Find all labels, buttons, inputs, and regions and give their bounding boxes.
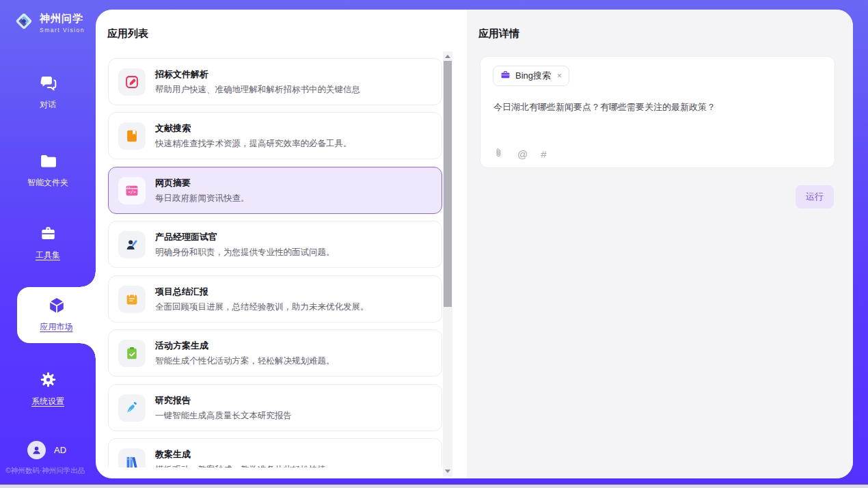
prompt-card: Bing搜索 × 今日湖北有哪些新闻要点？有哪些需要关注的最新政策？ @ # (480, 56, 835, 168)
brand-name: 神州问学 (40, 12, 85, 25)
app-card-literature-search[interactable]: 文献搜索 快速精准查找学术资源，提高研究效率的必备工具。 (108, 112, 442, 159)
hash-tag-icon[interactable]: # (541, 148, 546, 160)
sidebar-item-label: 应用市场 (17, 321, 96, 333)
scroll-down-arrow[interactable] (445, 470, 450, 473)
scroll-up-arrow[interactable] (445, 55, 450, 58)
app-list: 招标文件解析 帮助用户快速、准确地理解和解析招标书中的关键信息 文献搜索 快速精… (96, 48, 458, 467)
app-description: 快速精准查找学术资源，提高研究效率的必备工具。 (155, 138, 352, 150)
app-name: 项目总结汇报 (155, 286, 369, 298)
app-name: 研究报告 (155, 394, 292, 407)
sidebar-item-chat[interactable]: 对话 (0, 74, 96, 111)
brand-logo: 神州问学 Smart Vision (14, 11, 85, 34)
tool-tag-label: Bing搜索 (515, 70, 551, 82)
diamond-logo-icon (14, 11, 34, 34)
sidebar-item-app-market[interactable]: 应用市场 (17, 287, 96, 343)
app-name: 教案生成 (155, 448, 326, 461)
sidebar: 神州问学 Smart Vision 对话 智能文件夹 工具集 (0, 0, 96, 485)
main-content: 应用列表 招标文件解析 帮助用户快速、准确地理解和解析招标书中的关键信息 (96, 10, 853, 478)
books-icon (118, 448, 146, 468)
app-name: 产品经理面试官 (155, 231, 335, 243)
app-detail-title: 应用详情 (478, 27, 519, 40)
brand-tagline: Smart Vision (40, 27, 85, 33)
gear-icon (0, 370, 96, 392)
sidebar-item-label: 智能文件夹 (0, 177, 96, 189)
sidebar-item-label: 对话 (0, 99, 96, 111)
list-scrollbar[interactable] (443, 51, 452, 476)
sidebar-item-toolset[interactable]: 工具集 (0, 224, 96, 261)
app-card-web-summary[interactable]: </> 网页摘要 每日政府新闻资讯快查。 (108, 167, 442, 214)
clipboard-check-icon (118, 340, 146, 367)
app-description: 明确身份和职责，为您提供专业性的面试问题。 (155, 247, 335, 258)
chat-icon (0, 74, 96, 95)
tool-tag-bing-search[interactable]: Bing搜索 × (493, 66, 569, 86)
app-card-research-report[interactable]: 研究报告 一键智能生成高质量长文本研究报告 (108, 384, 442, 431)
calendar-icon (118, 286, 146, 313)
close-icon[interactable]: × (557, 71, 562, 81)
app-description: 帮助用户快速、准确地理解和解析招标书中的关键信息 (155, 84, 360, 96)
app-description: 每日政府新闻资讯快查。 (155, 193, 249, 204)
cube-icon (17, 296, 96, 318)
book-icon (118, 122, 146, 150)
user-account[interactable]: AD (27, 441, 66, 459)
app-card-bid-parsing[interactable]: 招标文件解析 帮助用户快速、准确地理解和解析招标书中的关键信息 (108, 58, 442, 105)
briefcase-icon (500, 70, 511, 83)
interviewer-icon (118, 231, 146, 258)
folder-icon (0, 152, 96, 173)
sidebar-item-settings[interactable]: 系统设置 (0, 370, 96, 407)
prompt-toolbar: @ # (493, 147, 547, 161)
app-name: 网页摘要 (155, 177, 249, 189)
bottom-edge-strip (0, 485, 868, 488)
run-button[interactable]: 运行 (796, 185, 834, 208)
app-card-event-plan[interactable]: 活动方案生成 智能生成个性化活动方案，轻松解决规划难题。 (108, 329, 442, 377)
tab-curve-top (81, 272, 96, 287)
at-mention-icon[interactable]: @ (517, 148, 528, 160)
app-description: 全面回顾项目进展，总结经验教训，助力未来优化发展。 (155, 301, 369, 313)
sidebar-item-label: 系统设置 (0, 396, 96, 407)
app-name: 文献搜索 (155, 122, 352, 135)
user-initials: AD (54, 445, 66, 455)
sidebar-item-smart-folders[interactable]: 智能文件夹 (0, 152, 96, 189)
app-name: 活动方案生成 (155, 340, 335, 352)
toolbox-icon (0, 224, 96, 245)
app-description: 一键智能生成高质量长文本研究报告 (155, 410, 292, 422)
tab-curve-bottom (81, 343, 96, 358)
app-description: 智能生成个性化活动方案，轻松解决规划难题。 (155, 355, 335, 367)
browser-code-icon: </> (118, 177, 146, 204)
app-list-title: 应用列表 (107, 27, 148, 40)
app-card-lesson-plan[interactable]: 教案生成 模板驱动，教案秒成，教学准备从此轻松快捷 (108, 438, 442, 467)
paperclip-icon[interactable] (493, 147, 504, 161)
avatar-icon (27, 441, 46, 459)
ink-pen-icon (118, 394, 146, 422)
app-name: 招标文件解析 (155, 68, 360, 81)
app-detail-panel: 应用详情 Bing搜索 × 今日湖北有哪些新闻要点？有哪些需要关注的最新政策？ (467, 10, 853, 478)
app-card-pm-interviewer[interactable]: 产品经理面试官 明确身份和职责，为您提供专业性的面试问题。 (108, 221, 442, 268)
app-card-project-summary[interactable]: 项目总结汇报 全面回顾项目进展，总结经验教训，助力未来优化发展。 (108, 275, 442, 323)
pen-document-icon (118, 68, 146, 96)
copyright-footer: ©神州数码·神州问学出品 (5, 466, 85, 476)
sidebar-item-label: 工具集 (0, 249, 96, 261)
svg-text:</>: </> (128, 189, 136, 195)
scrollbar-thumb[interactable] (444, 61, 452, 307)
app-description: 模板驱动，教案秒成，教学准备从此轻松快捷 (155, 464, 326, 468)
prompt-input[interactable]: 今日湖北有哪些新闻要点？有哪些需要关注的最新政策？ (493, 100, 822, 114)
